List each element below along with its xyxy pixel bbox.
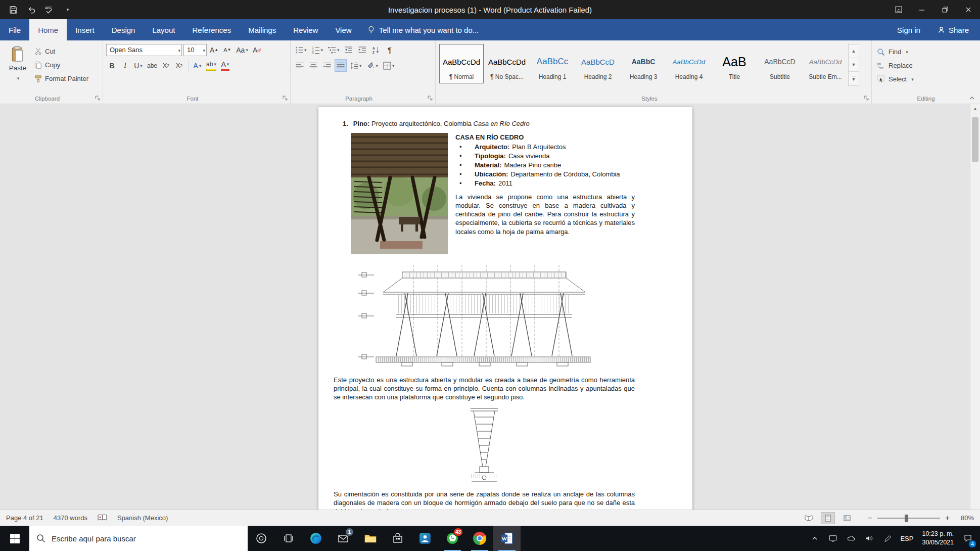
italic-button[interactable]: I [119,59,131,72]
clipboard-dialog-launcher[interactable] [95,96,101,102]
bullets-button[interactable] [294,43,308,56]
clock[interactable]: 10:23 p. m. 30/05/2021 [917,530,959,547]
zoom-slider[interactable] [877,518,940,519]
decrease-indent-button[interactable] [343,43,355,56]
onedrive-tray-button[interactable] [842,526,860,551]
save-button[interactable] [7,4,19,16]
superscript-button[interactable]: X2 [173,59,185,72]
tab-mailings[interactable]: Mailings [240,19,285,40]
underline-button[interactable]: U [132,59,144,72]
language-indicator[interactable]: Spanish (Mexico) [117,514,168,522]
font-name-dropdown[interactable] [175,46,180,54]
pen-tray-button[interactable] [878,526,897,551]
styles-more-button[interactable]: ▼ [849,72,859,85]
sort-button[interactable]: AZ [370,43,382,56]
tab-review[interactable]: Review [285,19,326,40]
highlight-button[interactable]: ab [205,59,218,72]
copy-button[interactable]: Copy [32,59,90,71]
spelling-button[interactable]: ABC [43,4,56,16]
zoom-out-button[interactable]: − [867,514,872,523]
style-heading-1[interactable]: AaBbCcHeading 1 [530,44,575,83]
font-name-combo[interactable]: Open Sans [106,44,182,56]
style-subtitle[interactable]: AaBbCcDSubtitle [758,44,802,83]
bold-button[interactable]: B [106,59,118,72]
paragraph-dialog-launcher[interactable] [428,96,434,102]
font-size-dropdown[interactable] [200,46,205,54]
web-layout-button[interactable] [840,512,854,524]
ribbon-display-options-button[interactable] [887,0,910,19]
numbering-button[interactable]: 123 [310,43,325,56]
line-spacing-button[interactable] [349,59,363,72]
text-effects-button[interactable]: A [192,59,203,72]
zoom-slider-thumb[interactable] [905,515,908,522]
task-view-button[interactable] [275,526,302,551]
scroll-up-arrow[interactable]: ▲ [970,104,980,113]
shrink-font-button[interactable]: A▼ [221,43,233,56]
style-heading-3[interactable]: AaBbCHeading 3 [621,44,666,83]
font-size-combo[interactable]: 10 [183,44,207,56]
proofing-status[interactable] [98,514,107,522]
style-title[interactable]: AaBTitle [712,44,757,83]
styles-dialog-launcher[interactable] [864,96,870,102]
undo-button[interactable] [25,4,37,16]
clear-formatting-button[interactable]: A [251,43,263,56]
zoom-in-button[interactable]: + [945,514,950,523]
styles-scroll-down[interactable]: ▼ [849,58,859,72]
display-tray-button[interactable] [824,526,842,551]
multilevel-list-button[interactable] [326,43,341,56]
mail-button[interactable]: 1 [330,526,357,551]
replace-button[interactable]: abac Replace [875,60,977,71]
select-button[interactable]: Select [875,73,977,85]
document-page[interactable]: 1.Pino: Proyecto arquitectónico, Colombi… [318,107,692,510]
start-button[interactable] [0,526,29,551]
format-painter-button[interactable]: Format Painter [32,72,90,84]
shading-button[interactable] [365,59,380,72]
restore-button[interactable] [934,0,957,19]
share-button[interactable]: Share [938,26,969,34]
tab-design[interactable]: Design [103,19,144,40]
paste-dropdown[interactable] [16,74,20,81]
find-button[interactable]: Find [875,46,977,58]
sign-in-link[interactable]: Sign in [897,26,920,34]
borders-button[interactable] [382,59,396,72]
style-normal[interactable]: AaBbCcDd¶ Normal [439,44,484,83]
scrollbar-thumb[interactable] [972,117,978,162]
tray-expand-button[interactable] [806,526,824,551]
align-right-button[interactable] [321,59,333,72]
grow-font-button[interactable]: A▲ [208,43,220,56]
cortana-button[interactable] [248,526,275,551]
strikethrough-button[interactable]: abe [146,59,159,72]
print-layout-button[interactable] [821,512,835,524]
tell-me-box[interactable]: Tell me what you want to do... [367,19,479,40]
whatsapp-button[interactable]: 43 [439,526,466,551]
tab-file[interactable]: File [0,19,29,40]
word-taskbar-button[interactable]: W [493,526,521,551]
chrome-button[interactable] [466,526,493,551]
show-hide-paragraph-button[interactable]: ¶ [384,43,396,56]
tab-insert[interactable]: Insert [67,19,103,40]
subscript-button[interactable]: X2 [160,59,172,72]
word-count[interactable]: 4370 words [54,514,87,522]
edge-button[interactable] [302,526,330,551]
paste-button[interactable]: Paste [3,43,32,90]
taskbar-search[interactable] [29,526,248,551]
align-center-button[interactable] [307,59,319,72]
collapse-ribbon-button[interactable] [968,95,976,102]
file-explorer-button[interactable] [357,526,384,551]
language-tray-indicator[interactable]: ESP [897,526,917,551]
volume-tray-button[interactable] [860,526,878,551]
search-input[interactable] [52,534,218,543]
tab-view[interactable]: View [326,19,360,40]
customize-qat-button[interactable]: ▾ [62,4,74,16]
page-indicator[interactable]: Page 4 of 21 [6,514,43,522]
style-heading-2[interactable]: AaBbCcDHeading 2 [576,44,620,83]
tab-references[interactable]: References [183,19,240,40]
read-mode-button[interactable] [802,512,816,524]
style-heading-4[interactable]: AaBbCcDdHeading 4 [667,44,711,83]
zoom-percentage[interactable]: 80% [955,514,974,522]
font-color-button[interactable]: A [219,59,231,72]
close-button[interactable] [957,0,980,19]
justify-button[interactable] [335,59,347,72]
cut-button[interactable]: Cut [32,45,90,57]
teams-button[interactable] [411,526,439,551]
